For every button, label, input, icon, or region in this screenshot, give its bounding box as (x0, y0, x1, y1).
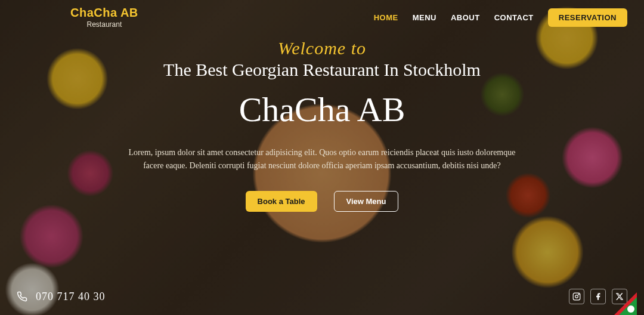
nav-link-home[interactable]: HOME (374, 13, 398, 22)
page-title: ChaCha AB (239, 89, 405, 129)
welcome-text: Welcome to (278, 38, 366, 58)
svg-point-2 (578, 294, 579, 295)
phone-icon (17, 291, 27, 302)
brand-subtitle: Restaurant (87, 20, 122, 29)
svg-point-5 (627, 305, 634, 313)
nav-link-about[interactable]: ABOUT (451, 13, 480, 22)
phone-number: 070 717 40 30 (36, 291, 106, 303)
nav-link-contact[interactable]: CONTACT (494, 13, 534, 22)
hero-description: Lorem, ipsum dolor sit amet consectetur … (119, 146, 525, 173)
tagline: The Best Georgian Restaurant In Stockhol… (163, 60, 481, 80)
site-header: ChaCha AB Restaurant HOME MENU ABOUT CON… (0, 0, 644, 35)
instagram-link[interactable] (569, 289, 584, 304)
book-table-button[interactable]: Book a Table (246, 191, 317, 212)
nav-link-menu[interactable]: MENU (413, 13, 436, 22)
phone-contact[interactable]: 070 717 40 30 (17, 291, 106, 303)
reservation-button[interactable]: RESERVATION (548, 8, 627, 27)
footer-bar: 070 717 40 30 (0, 289, 644, 304)
facebook-link[interactable] (590, 289, 606, 304)
primary-nav: HOME MENU ABOUT CONTACT RESERVATION (374, 8, 627, 27)
svg-marker-4 (619, 297, 637, 315)
brand-title: ChaCha AB (70, 6, 138, 20)
svg-point-1 (575, 295, 578, 298)
view-menu-button[interactable]: View Menu (334, 191, 399, 212)
brand[interactable]: ChaCha AB Restaurant (70, 6, 138, 29)
cta-row: Book a Table View Menu (246, 191, 399, 212)
facebook-icon (594, 292, 602, 301)
instagram-icon (572, 292, 581, 301)
corner-badge-icon[interactable] (611, 289, 639, 315)
hero-content: Welcome to The Best Georgian Restaurant … (0, 38, 644, 212)
